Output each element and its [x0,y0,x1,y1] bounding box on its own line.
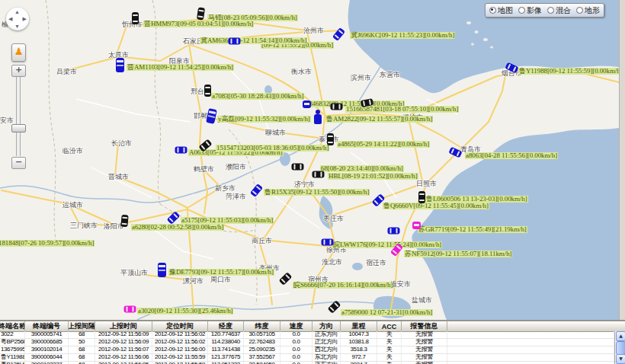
car-icon[interactable] [197,7,205,20]
tag-icon[interactable] [412,222,421,229]
vehicle-label[interactable]: 皖S6666[07-20 16:16:14][0.00km/h] [293,282,393,289]
table-cell: 3900006044 [25,354,69,361]
table-cell: 50 [69,339,95,346]
column-header-6[interactable]: 经度 [208,321,244,331]
vehicle-label[interactable]: 鲁AM2822[09-12 11:55:57][0.00km/h] [325,116,433,123]
car-icon[interactable] [124,306,136,313]
map-type-option-混合[interactable]: 混合 [547,5,571,16]
radio-icon [576,7,583,14]
zoom-slider-handle[interactable] [11,124,26,133]
column-header-10[interactable]: 里程 [341,321,377,331]
vehicle-label[interactable]: 鲁Q6660V[09-12 11:55:45][0.00km/h] [383,203,489,209]
car-icon[interactable] [292,164,304,171]
vehicle-label[interactable]: 冀J696KC[09-12 11:55:23][0.00km/h] [350,32,455,39]
car-icon[interactable] [229,38,241,45]
car-icon[interactable] [331,104,343,110]
table-cell: 22.762483 [244,339,280,346]
table-row[interactable]: 鲁Y119883900006044682012-09-12 11:56:0620… [0,354,614,362]
vehicle-label[interactable]: 68[08-20 23:14:40][0.00km/h] [320,165,404,172]
table-cell: 68 [69,354,95,361]
vehicle-label[interactable]: a7589000 12 07-21-31[0.00km/h] [341,309,433,316]
table-cell: 120.774637 [208,331,244,338]
table-row[interactable]: 30223900005741682012-09-12 11:56:092012-… [0,331,614,339]
vehicle-label[interactable]: 冀AM6366[09-12 11:54:14][0.00km/h] [200,37,307,44]
car-icon[interactable] [132,12,139,24]
vehicle-label[interactable]: 鲁Y11988[09-12 11:55:59][0.00km/h] [518,68,619,75]
pan-down-icon[interactable]: ▼ [14,24,20,29]
table-row[interactable]: 粤BP256F3900006685502012-09-12 11:56:0920… [0,339,614,346]
car-icon[interactable] [279,272,293,286]
map-type-option-地形[interactable]: 地形 [576,5,600,16]
vehicle-label[interactable]: a3020[09-12 11:55:30][25.46km/h] [137,308,233,315]
city-label: 周口市 [210,275,231,285]
car-icon[interactable] [328,300,341,314]
pan-up-icon[interactable]: ▲ [14,9,20,14]
city-label: 晋城市 [108,172,129,182]
column-header-9[interactable]: 方向 [312,321,341,331]
city-label: 漯河市 [183,276,204,286]
tag-icon[interactable] [303,101,311,108]
scrollbar-thumb[interactable] [616,341,625,355]
city-label: 长治市 [111,139,132,148]
car-icon[interactable] [120,215,128,228]
vehicle-label[interactable]: 181848[07-26 10:59:57][0.00km/h] [0,240,95,247]
pan-left-icon[interactable]: ◀ [8,16,12,21]
table-cell: 关 [377,339,402,346]
bus-icon[interactable] [206,108,217,124]
column-header-1[interactable]: 终端名称 [0,321,25,331]
car-icon[interactable] [322,239,334,246]
vehicle-label[interactable]: 15154713203[05-03 18:36:05][0.00km/h] [216,145,329,152]
car-icon[interactable] [204,85,211,97]
vehicle-label[interactable]: 苏NF5912[09-12 11:55:07][18.11km/h] [404,251,512,257]
city-label: 濮阳市 [226,162,246,172]
car-icon[interactable] [388,228,400,235]
zoom-in-button[interactable]: + [11,65,26,77]
column-header-7[interactable]: 纬度 [244,321,280,331]
car-icon[interactable] [175,147,188,154]
car-icon[interactable] [327,133,334,145]
map-type-label: 地图 [498,5,513,16]
column-header-11[interactable]: ACC [377,321,402,331]
pan-right-icon[interactable]: ▶ [23,16,27,21]
zoom-slider-track[interactable] [16,76,21,156]
vehicle-label[interactable]: 晋AM1103[09-12 11:54:25][0.00km/h] [127,64,234,71]
bus-icon[interactable] [116,58,124,72]
vehicle-label[interactable]: a6280[02-28 00:52:58][0.00km/h] [131,224,224,231]
map-type-option-地图[interactable]: 地图 [489,5,513,16]
map-pan-control[interactable]: ▲ ▼ ◀ ▶ [6,8,29,30]
map-right-scrollbar[interactable] [619,0,625,320]
bus-icon[interactable] [158,263,166,277]
vehicle-label[interactable]: a5175[09-12 11:55:03][0.00km/h] [181,217,274,224]
scroll-down-icon[interactable]: ▼ [616,354,625,364]
scroll-up-icon[interactable]: ▲ [616,331,625,341]
car-icon[interactable] [250,184,263,197]
vehicle-label[interactable]: a8063[04-28 11:55:56][0.00km/h] [465,152,558,159]
column-header-3[interactable]: 上报间隔 [69,321,95,331]
column-header-4[interactable]: 上报时间 [95,321,152,331]
column-header-5[interactable]: 定位时间 [152,321,208,331]
table-cell: 3900005741 [25,331,69,338]
map-type-option-影像[interactable]: 影像 [518,5,542,16]
car-icon[interactable] [332,27,345,41]
column-header-2[interactable]: 终端编号 [25,321,69,331]
vehicle-label[interactable]: a4865[05-29 14:11:22][0.00km/h] [337,141,430,148]
zoom-out-button[interactable]: − [11,157,26,169]
vehicle-label[interactable]: a7083[05-30 18:28:43][0.00km/h] [211,93,304,100]
table-row[interactable]: 136759957...3900102014682012-09-12 11:56… [0,346,614,354]
vehicle-label[interactable]: 皖LWW176[09-12 11:55:24][0.00km/h] [332,241,442,248]
column-header-12[interactable]: 报警信息 [402,321,447,331]
vehicle-label[interactable]: 豫DE7793[09-12 11:55:17][0.00km/h] [168,269,274,276]
car-icon[interactable] [312,171,325,178]
vehicle-label[interactable]: 鲁R15X35[09-12 11:55:50][0.00km/h] [264,189,370,196]
streetview-pegman-button[interactable]: ♟ [11,43,26,62]
vehicle-label[interactable]: 苏GR7719[09-12 11:55:49][21.19km/h] [418,226,527,233]
person-icon[interactable] [314,110,322,125]
grid-scrollbar[interactable]: ▲ ▼ [614,331,625,364]
vehicle-label[interactable]: 晋HMM973[09-05 03:04:51][0.00km/h] [143,21,254,27]
column-header-8[interactable]: 速度 [280,321,312,331]
vehicle-label[interactable]: HBL[08-19 21:01:52][0.00km/h] [328,173,418,180]
vehicle-label[interactable]: y高磊[09-12 11:55:32][0.00km/h] [217,116,311,123]
car-icon[interactable] [418,191,425,203]
map-viewport[interactable]: 榆林忻州市太原市阳泉市吕梁市石家庄沧州市衡水市滨州市东营市烟台市潍坊市青岛市邢台… [0,0,619,320]
table-cell-filler [447,331,614,338]
